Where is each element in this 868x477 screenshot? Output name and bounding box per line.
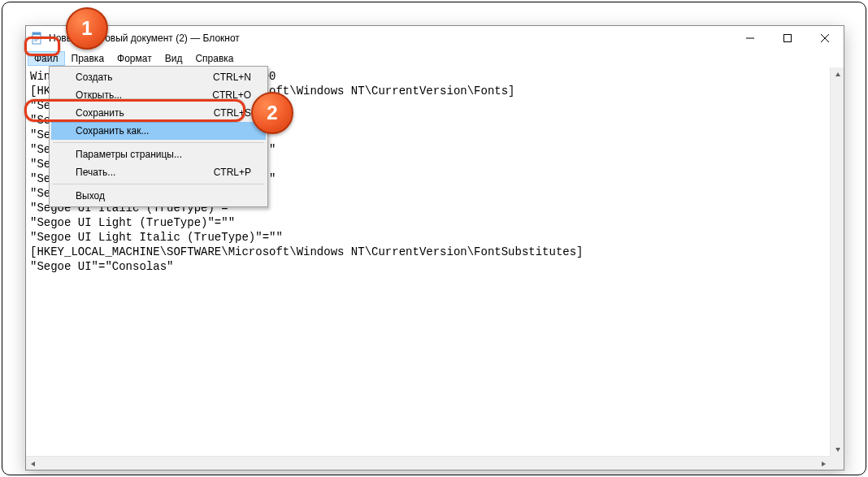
menu-item-new[interactable]: Создать CTRL+N: [51, 68, 266, 86]
menu-item-label: Создать: [76, 72, 113, 83]
scroll-corner: [830, 456, 844, 470]
menubar: Файл Правка Формат Вид Справка: [26, 50, 844, 67]
horizontal-scrollbar[interactable]: [26, 456, 830, 470]
minimize-button[interactable]: [731, 26, 769, 50]
notepad-window: Новый текстовый документ (2) — Блокнот Ф…: [25, 25, 844, 470]
scroll-up-icon[interactable]: [831, 67, 844, 81]
scroll-track[interactable]: [831, 81, 844, 442]
menu-help[interactable]: Справка: [189, 51, 240, 66]
menu-format[interactable]: Формат: [111, 51, 158, 66]
menu-separator: [53, 142, 264, 143]
menu-item-label: Выход: [76, 190, 105, 202]
svg-rect-1: [33, 33, 41, 35]
scroll-left-icon[interactable]: [26, 457, 40, 470]
menu-item-label: Сохранить как...: [76, 125, 149, 137]
menu-item-page-setup[interactable]: Параметры страницы...: [51, 145, 266, 163]
menu-item-label: Открыть...: [76, 89, 122, 101]
maximize-button[interactable]: [769, 26, 806, 50]
svg-marker-12: [822, 462, 826, 466]
menu-separator: [53, 184, 264, 184]
menu-edit[interactable]: Правка: [65, 51, 111, 66]
menu-item-open[interactable]: Открыть... CTRL+O: [51, 86, 266, 104]
notepad-icon: [31, 32, 44, 45]
menu-item-label: Параметры страницы...: [76, 149, 182, 160]
menu-item-shortcut: CTRL+S: [214, 107, 251, 119]
svg-marker-9: [835, 72, 840, 76]
menu-view[interactable]: Вид: [158, 51, 189, 66]
menu-item-shortcut: CTRL+P: [214, 167, 251, 178]
scroll-right-icon[interactable]: [816, 457, 830, 470]
vertical-scrollbar[interactable]: [830, 67, 844, 456]
svg-marker-11: [31, 462, 35, 466]
titlebar: Новый текстовый документ (2) — Блокнот: [26, 26, 844, 50]
svg-rect-6: [784, 35, 792, 42]
menu-item-print[interactable]: Печать... CTRL+P: [51, 163, 266, 181]
screenshot-frame: Новый текстовый документ (2) — Блокнот Ф…: [2, 2, 866, 475]
menu-item-exit[interactable]: Выход: [51, 187, 266, 205]
menu-item-shortcut: CTRL+O: [212, 89, 251, 101]
menu-item-save[interactable]: Сохранить CTRL+S: [51, 104, 266, 122]
annotation-badge-2: 2: [251, 92, 293, 134]
menu-file[interactable]: Файл: [28, 51, 65, 66]
scroll-down-icon[interactable]: [831, 442, 844, 456]
close-button[interactable]: [806, 26, 844, 50]
menu-item-save-as[interactable]: Сохранить как...: [51, 122, 266, 140]
menu-item-label: Печать...: [76, 167, 115, 178]
annotation-badge-1: 1: [66, 7, 108, 50]
menu-item-label: Сохранить: [76, 107, 124, 119]
menu-item-shortcut: CTRL+N: [213, 72, 251, 83]
file-dropdown-menu: Создать CTRL+N Открыть... CTRL+O Сохрани…: [49, 66, 268, 207]
window-controls: [731, 26, 844, 50]
svg-marker-10: [835, 448, 840, 452]
